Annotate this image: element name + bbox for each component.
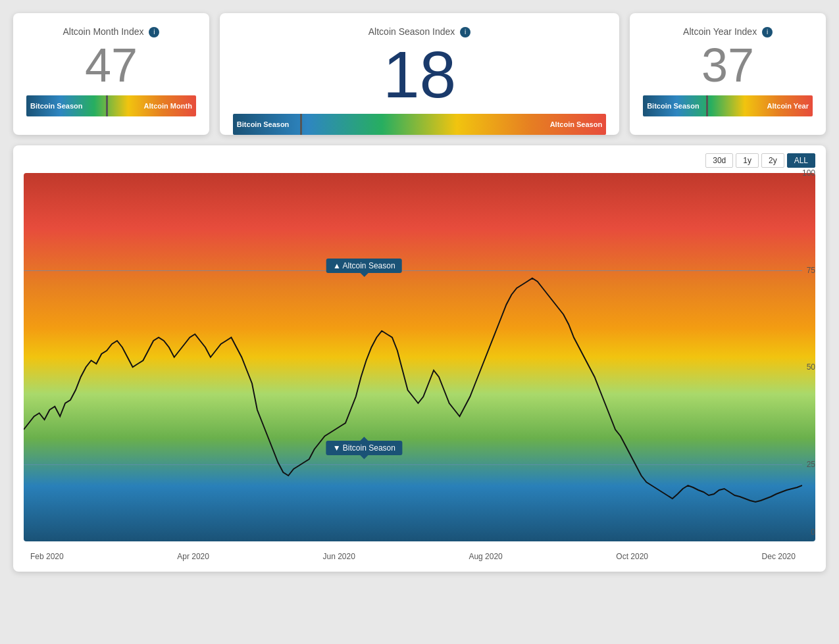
chart-controls: 30d 1y 2y ALL — [24, 153, 815, 168]
y-label-25: 25 — [807, 460, 815, 469]
year-card-value: 37 — [643, 41, 813, 89]
month-card-title: Altcoin Month Index i — [26, 26, 196, 37]
main-card: Altcoin Season Index i 18 Bitcoin Season… — [220, 13, 619, 135]
btn-2y[interactable]: 2y — [761, 153, 784, 168]
y-label-0: 0 — [811, 528, 815, 537]
month-card: Altcoin Month Index i 47 Bitcoin Season … — [13, 13, 209, 135]
x-label-jun: Jun 2020 — [322, 552, 355, 561]
main-card-title: Altcoin Season Index i — [233, 26, 606, 37]
year-card: Altcoin Year Index i 37 Bitcoin Season A… — [630, 13, 826, 135]
year-gauge-label-left: Bitcoin Season — [647, 102, 699, 110]
chart-line-svg — [24, 173, 802, 541]
x-label-aug: Aug 2020 — [469, 552, 502, 561]
main-gauge-needle — [300, 114, 302, 135]
x-label-oct: Oct 2020 — [616, 552, 648, 561]
y-label-75: 75 — [807, 266, 815, 275]
btn-all[interactable]: ALL — [787, 153, 815, 168]
x-label-feb: Feb 2020 — [30, 552, 64, 561]
year-gauge: Bitcoin Season Altcoin Year — [643, 95, 813, 116]
year-info-icon[interactable]: i — [762, 27, 773, 37]
year-gauge-label-right: Altcoin Year — [767, 102, 809, 110]
x-axis: Feb 2020 Apr 2020 Jun 2020 Aug 2020 Oct … — [24, 552, 802, 561]
month-gauge: Bitcoin Season Altcoin Month — [26, 95, 196, 116]
main-info-icon[interactable]: i — [460, 27, 470, 37]
month-card-value: 47 — [26, 41, 196, 89]
year-gauge-needle — [706, 95, 708, 116]
btn-30d[interactable]: 30d — [705, 153, 733, 168]
main-card-value: 18 — [233, 41, 606, 107]
btn-1y[interactable]: 1y — [736, 153, 759, 168]
main-gauge-label-right: Altcoin Season — [550, 120, 602, 128]
year-card-title: Altcoin Year Index i — [643, 26, 813, 37]
month-gauge-needle — [106, 95, 108, 116]
month-gauge-label-left: Bitcoin Season — [30, 102, 82, 110]
chart-card: 30d 1y 2y ALL 100 75 50 25 0 ▲ Altcoin S… — [13, 145, 826, 572]
month-info-icon[interactable]: i — [149, 27, 159, 37]
x-label-apr: Apr 2020 — [177, 552, 209, 561]
y-label-50: 50 — [807, 362, 815, 372]
month-gauge-label-right: Altcoin Month — [144, 102, 192, 110]
y-label-100: 100 — [802, 168, 815, 178]
x-label-dec: Dec 2020 — [762, 552, 796, 561]
main-gauge: Bitcoin Season Altcoin Season — [233, 114, 606, 135]
chart-area: 100 75 50 25 0 ▲ Altcoin Season ▼ Bitcoi… — [24, 173, 815, 561]
main-gauge-label-left: Bitcoin Season — [237, 120, 289, 128]
